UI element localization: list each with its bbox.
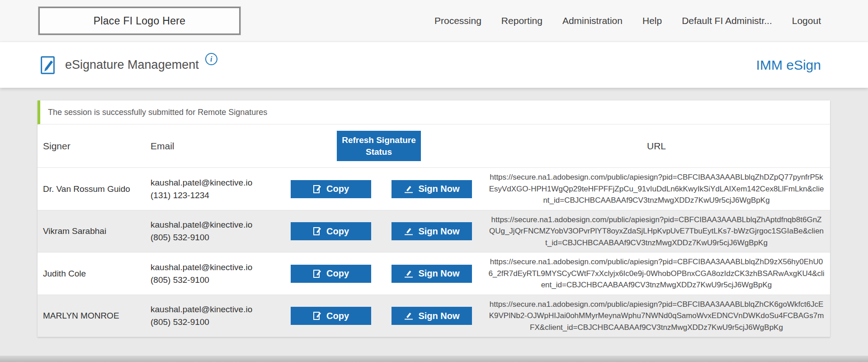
copy-url-button[interactable]: Copy bbox=[291, 265, 371, 283]
refresh-signature-status-button[interactable]: Refresh Signature Status bbox=[337, 131, 421, 161]
copy-button-label: Copy bbox=[326, 226, 349, 237]
sign-now-button[interactable]: Sign Now bbox=[392, 265, 472, 283]
table-header-row: Signer Email Refresh Signature Status UR… bbox=[38, 124, 830, 168]
signer-email: kaushal.patel@kinective.io bbox=[151, 219, 275, 231]
column-header-url: URL bbox=[483, 141, 830, 152]
nav-current-user[interactable]: Default FI Administr... bbox=[682, 15, 772, 26]
sign-pen-icon bbox=[404, 227, 414, 236]
signer-email: kaushal.patel@kinective.io bbox=[151, 303, 275, 316]
table-row: Judith Cole kaushal.patel@kinective.io (… bbox=[38, 252, 830, 295]
copy-icon bbox=[313, 226, 322, 236]
sign-now-button-label: Sign Now bbox=[418, 311, 459, 321]
main-nav: Processing Reporting Administration Help… bbox=[434, 15, 821, 26]
copy-icon bbox=[313, 184, 322, 194]
copy-url-button[interactable]: Copy bbox=[291, 222, 371, 240]
signer-name: Vikram Sarabhai bbox=[38, 226, 151, 236]
sign-pen-icon bbox=[404, 311, 414, 320]
nav-processing[interactable]: Processing bbox=[434, 15, 481, 26]
sign-pen-icon bbox=[404, 185, 414, 194]
content-area: The session is successfully submitted fo… bbox=[0, 88, 868, 337]
table-row: Dr. Van Rossum Guido kaushal.patel@kinec… bbox=[38, 168, 830, 210]
signer-name: MARLYN MONROE bbox=[38, 311, 151, 321]
sign-now-button[interactable]: Sign Now bbox=[392, 180, 472, 198]
copy-button-label: Copy bbox=[326, 268, 349, 279]
signing-url: https://secure.na1.adobesign.com/public/… bbox=[483, 171, 830, 206]
column-header-signer: Signer bbox=[38, 141, 151, 152]
nav-help[interactable]: Help bbox=[642, 15, 662, 26]
fi-logo-placeholder: Place FI Logo Here bbox=[38, 7, 241, 35]
nav-logout[interactable]: Logout bbox=[792, 15, 821, 26]
sign-now-button[interactable]: Sign Now bbox=[392, 307, 472, 325]
copy-button-label: Copy bbox=[326, 184, 349, 194]
sign-now-button-label: Sign Now bbox=[418, 268, 459, 279]
copy-icon bbox=[313, 311, 322, 321]
nav-administration[interactable]: Administration bbox=[562, 15, 623, 26]
table-row: Vikram Sarabhai kaushal.patel@kinective.… bbox=[38, 210, 830, 253]
copy-url-button[interactable]: Copy bbox=[291, 180, 371, 198]
esignature-document-icon bbox=[40, 55, 57, 75]
copy-url-button[interactable]: Copy bbox=[291, 307, 371, 325]
top-bar: Place FI Logo Here Processing Reporting … bbox=[0, 0, 868, 42]
signer-email: kaushal.patel@kinective.io bbox=[151, 176, 275, 189]
nav-reporting[interactable]: Reporting bbox=[501, 15, 542, 26]
signer-phone: (805) 532-9100 bbox=[151, 316, 275, 329]
signing-url: https://secure.na1.adobesign.com/public/… bbox=[483, 299, 830, 333]
signer-name: Dr. Van Rossum Guido bbox=[38, 184, 151, 194]
success-message: The session is successfully submitted fo… bbox=[38, 100, 830, 124]
page-title: eSignature Management bbox=[65, 58, 199, 72]
signer-name: Judith Cole bbox=[38, 269, 151, 279]
page-header: eSignature Management i IMM eSign bbox=[0, 42, 868, 88]
signer-phone: (805) 532-9100 bbox=[151, 274, 275, 286]
column-header-email: Email bbox=[151, 141, 275, 152]
copy-button-label: Copy bbox=[326, 311, 349, 321]
signing-url: https://secure.na1.adobesign.com/public/… bbox=[483, 214, 830, 249]
fi-logo-text: Place FI Logo Here bbox=[94, 15, 186, 27]
signing-url: https://secure.na1.adobesign.com/public/… bbox=[483, 256, 830, 291]
signers-card: The session is successfully submitted fo… bbox=[38, 100, 830, 337]
sign-now-button-label: Sign Now bbox=[418, 184, 459, 194]
bottom-edge-strip bbox=[0, 356, 868, 362]
copy-icon bbox=[313, 269, 322, 279]
info-icon[interactable]: i bbox=[205, 53, 217, 65]
sign-pen-icon bbox=[404, 269, 414, 278]
table-row: MARLYN MONROE kaushal.patel@kinective.io… bbox=[38, 295, 830, 338]
sign-now-button-label: Sign Now bbox=[418, 226, 459, 237]
sign-now-button[interactable]: Sign Now bbox=[392, 222, 472, 240]
brand-imm-esign: IMM eSign bbox=[756, 57, 821, 73]
signer-phone: (131) 123-1234 bbox=[151, 189, 275, 202]
signer-email: kaushal.patel@kinective.io bbox=[151, 261, 275, 274]
signer-phone: (805) 532-9100 bbox=[151, 231, 275, 244]
